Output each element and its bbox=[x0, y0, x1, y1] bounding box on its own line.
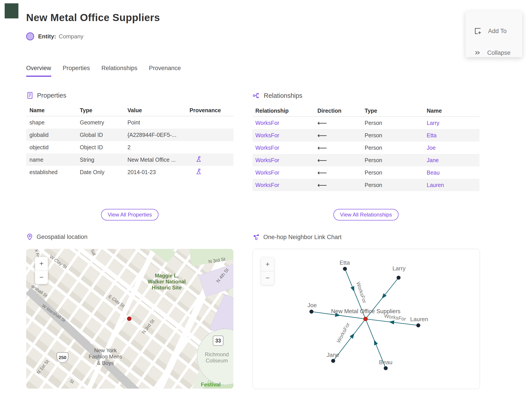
relationship-link[interactable]: WorksFor bbox=[255, 120, 317, 126]
corner-accent bbox=[5, 3, 18, 18]
direction-arrow: ⟵ bbox=[317, 169, 365, 176]
properties-section-header: Properties bbox=[26, 92, 233, 99]
link-chart-section-header: One-hop Neighbor Link Chart bbox=[253, 233, 342, 241]
property-type-cell: String bbox=[80, 157, 127, 163]
relationships-table-body: WorksFor⟵PersonLarryWorksFor⟵PersonEttaW… bbox=[253, 117, 479, 191]
tab-overview[interactable]: Overview bbox=[26, 65, 51, 77]
property-provenance-cell bbox=[190, 156, 233, 164]
direction-arrow: ⟵ bbox=[317, 156, 365, 164]
relationships-icon bbox=[253, 92, 260, 100]
chart-zoom-out-button[interactable]: − bbox=[261, 271, 274, 285]
collapse-icon bbox=[474, 49, 481, 56]
link-chart-icon bbox=[253, 233, 260, 241]
map-canvas[interactable]: k RoW Clay StSalN 3rd StN 4th Starshall … bbox=[26, 249, 233, 389]
geospatial-section-header: Geospatial location bbox=[26, 233, 87, 240]
map-label: N 1st St bbox=[36, 359, 50, 375]
relationship-link[interactable]: WorksFor bbox=[255, 169, 317, 176]
property-row: globalidGlobal ID{A228944F-0EF5-... bbox=[26, 129, 233, 141]
relationship-type-cell: Person bbox=[365, 132, 427, 139]
properties-table-body: shapeGeometryPointglobalidGlobal ID{A228… bbox=[26, 116, 233, 178]
map-zoom-out-button[interactable]: − bbox=[35, 270, 48, 284]
relationship-row: WorksFor⟵PersonLauren bbox=[253, 179, 479, 191]
tab-properties[interactable]: Properties bbox=[63, 65, 90, 77]
relationship-type-cell: Person bbox=[365, 182, 427, 188]
property-type-cell: Geometry bbox=[80, 119, 127, 126]
property-name-cell: established bbox=[29, 169, 80, 176]
provenance-icon[interactable] bbox=[195, 168, 202, 175]
map-zoom-in-button[interactable]: + bbox=[35, 257, 48, 270]
property-type-cell: Global ID bbox=[80, 132, 127, 138]
route-shield: 33 bbox=[213, 336, 223, 346]
direction-arrow: ⟵ bbox=[317, 132, 365, 139]
map-highway bbox=[26, 288, 158, 389]
add-to-icon bbox=[474, 27, 482, 35]
map-label: Richmond Coliseum bbox=[205, 351, 229, 364]
map-label: W Clay St bbox=[48, 254, 68, 270]
relationship-link[interactable]: WorksFor bbox=[255, 145, 317, 151]
chart-edge-label: WorksFor bbox=[355, 281, 368, 304]
chart-node-lauren[interactable] bbox=[416, 323, 420, 327]
chart-edge-arrow bbox=[389, 320, 394, 324]
col-header-type: Type bbox=[365, 108, 427, 114]
entity-label: Entity: bbox=[38, 33, 56, 40]
relationships-section-header: Relationships bbox=[253, 92, 479, 100]
tab-provenance[interactable]: Provenance bbox=[149, 65, 181, 77]
chart-edge-arrow bbox=[374, 340, 378, 345]
link-chart-graph: WorksForWorksForWorksForEttaLarryJoeLaur… bbox=[253, 249, 480, 389]
chart-edge-arrow bbox=[382, 293, 386, 298]
relationships-table: Relationship Direction Type Name WorksFo… bbox=[253, 105, 479, 191]
property-name-cell: name bbox=[29, 157, 80, 163]
geospatial-section-title: Geospatial location bbox=[37, 234, 87, 240]
map-label: New York Fashion Mens & Boys bbox=[89, 347, 122, 366]
chart-edge-arrow bbox=[350, 333, 354, 339]
view-all-properties-button[interactable]: View All Properties bbox=[101, 209, 159, 221]
map-label: E Clay St bbox=[107, 294, 126, 309]
relationship-name-link[interactable]: Jane bbox=[427, 157, 479, 163]
col-header-relationship: Relationship bbox=[255, 108, 317, 114]
col-header-type: Type bbox=[80, 107, 127, 114]
relationship-link[interactable]: WorksFor bbox=[255, 132, 317, 139]
map-label: W Marshall St bbox=[41, 303, 66, 323]
view-all-relationships-button[interactable]: View All Relationships bbox=[333, 209, 399, 221]
map-label: St bbox=[68, 378, 75, 385]
chart-zoom-control: + − bbox=[261, 257, 274, 285]
chart-node-label: Lauren bbox=[410, 316, 428, 323]
collapse-button[interactable]: Collapse bbox=[474, 49, 511, 56]
relationship-link[interactable]: WorksFor bbox=[255, 157, 317, 163]
entity-details-page: New Metal Office Suppliers Entity: Compa… bbox=[0, 0, 532, 405]
relationship-name-link[interactable]: Beau bbox=[427, 169, 479, 176]
chart-node-etta[interactable] bbox=[343, 267, 347, 271]
chart-edge-arrow bbox=[351, 286, 354, 292]
relationship-name-link[interactable]: Lauren bbox=[427, 182, 479, 188]
chart-center-node[interactable] bbox=[363, 317, 368, 321]
chart-node-jane[interactable] bbox=[331, 359, 335, 363]
chart-center-label: New Metal Office Suppliers bbox=[331, 308, 400, 315]
provenance-icon[interactable] bbox=[195, 156, 202, 162]
map-road bbox=[82, 249, 161, 389]
chart-node-larry[interactable] bbox=[397, 276, 400, 280]
property-row: shapeGeometryPoint bbox=[26, 116, 233, 129]
property-row: objectidObject ID2 bbox=[26, 141, 233, 154]
property-row: nameStringNew Metal Office ... bbox=[26, 154, 233, 166]
properties-section-title: Properties bbox=[37, 92, 66, 99]
add-to-button[interactable]: Add To bbox=[474, 27, 507, 35]
chart-node-beau[interactable] bbox=[384, 366, 388, 370]
tab-relationships[interactable]: Relationships bbox=[101, 65, 137, 77]
properties-icon bbox=[26, 92, 34, 99]
relationship-type-cell: Person bbox=[365, 120, 427, 126]
map-label: Maggie L. Walker National Historic Site bbox=[148, 273, 186, 291]
relationship-name-link[interactable]: Etta bbox=[427, 132, 479, 139]
relationship-name-link[interactable]: Joe bbox=[427, 145, 479, 151]
property-value-cell: New Metal Office ... bbox=[127, 157, 190, 163]
direction-arrow: ⟵ bbox=[317, 181, 365, 189]
link-chart-canvas[interactable]: WorksForWorksForWorksForEttaLarryJoeLaur… bbox=[253, 249, 480, 389]
chart-node-label: Jane bbox=[327, 351, 339, 358]
chart-node-label: Larry bbox=[392, 265, 406, 272]
chart-node-joe[interactable] bbox=[309, 310, 313, 314]
relationship-link[interactable]: WorksFor bbox=[255, 182, 317, 188]
relationship-row: WorksFor⟵PersonJane bbox=[253, 154, 479, 166]
col-header-value: Value bbox=[127, 107, 190, 114]
relationships-table-header: Relationship Direction Type Name bbox=[253, 105, 479, 117]
chart-zoom-in-button[interactable]: + bbox=[261, 257, 274, 271]
relationship-name-link[interactable]: Larry bbox=[427, 120, 479, 126]
